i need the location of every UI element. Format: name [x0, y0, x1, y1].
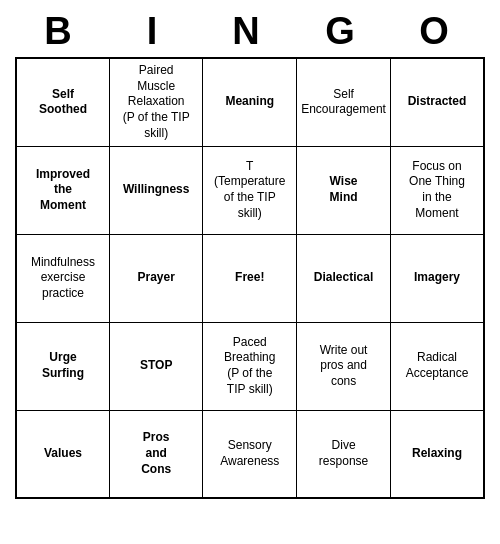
cell-r0-c2: Meaning — [203, 58, 297, 146]
cell-r4-c4: Relaxing — [391, 410, 484, 498]
cell-r0-c0: Self Soothed — [16, 58, 109, 146]
cell-r2-c4: Imagery — [391, 234, 484, 322]
cell-r1-c2: T (Temperature of the TIP skill) — [203, 146, 297, 234]
title-o: O — [394, 10, 482, 53]
cell-r2-c0: Mindfulness exercise practice — [16, 234, 109, 322]
bingo-title: B I N G O — [15, 0, 485, 57]
bingo-grid: Self SoothedPaired Muscle Relaxation (P … — [15, 57, 485, 499]
cell-r1-c1: Willingness — [109, 146, 203, 234]
cell-r4-c2: Sensory Awareness — [203, 410, 297, 498]
cell-r1-c4: Focus on One Thing in the Moment — [391, 146, 484, 234]
cell-r1-c0: Improved the Moment — [16, 146, 109, 234]
cell-r2-c1: Prayer — [109, 234, 203, 322]
cell-r4-c1: Pros and Cons — [109, 410, 203, 498]
cell-r3-c3: Write out pros and cons — [297, 322, 391, 410]
title-g: G — [300, 10, 388, 53]
cell-r4-c0: Values — [16, 410, 109, 498]
cell-r3-c2: Paced Breathing (P of the TIP skill) — [203, 322, 297, 410]
cell-r4-c3: Dive response — [297, 410, 391, 498]
cell-r3-c1: STOP — [109, 322, 203, 410]
title-i: I — [112, 10, 200, 53]
cell-r0-c1: Paired Muscle Relaxation (P of the TIP s… — [109, 58, 203, 146]
cell-r0-c3: Self Encouragement — [297, 58, 391, 146]
cell-r3-c0: Urge Surfing — [16, 322, 109, 410]
cell-r3-c4: Radical Acceptance — [391, 322, 484, 410]
title-b: B — [18, 10, 106, 53]
title-n: N — [206, 10, 294, 53]
cell-r2-c3: Dialectical — [297, 234, 391, 322]
cell-r0-c4: Distracted — [391, 58, 484, 146]
cell-r2-c2: Free! — [203, 234, 297, 322]
cell-r1-c3: Wise Mind — [297, 146, 391, 234]
